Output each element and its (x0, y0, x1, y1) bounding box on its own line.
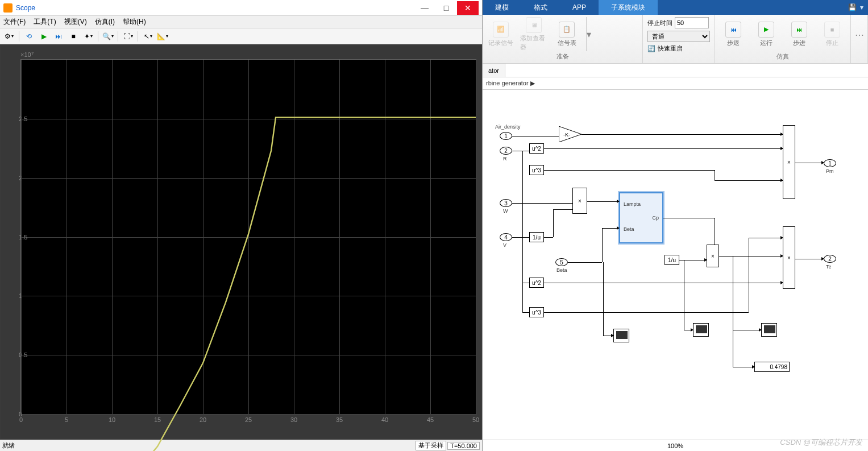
menu-sim[interactable]: 仿真(I) (95, 17, 115, 27)
status-ready: 就绪 (2, 441, 15, 450)
menu-file[interactable]: 文件(F) (3, 17, 26, 27)
scope-exponent: ×10⁷ (20, 51, 34, 59)
tab-app[interactable]: APP (560, 0, 599, 15)
run-button[interactable]: ▶运行 (753, 22, 780, 47)
step-back-button[interactable]: ⏮步退 (720, 22, 747, 47)
gain-block[interactable]: -K- (559, 126, 582, 142)
scope-titlebar[interactable]: Scope — □ ✕ (0, 0, 482, 16)
port5-label: Beta (556, 267, 567, 273)
step-forward-button[interactable]: ⏭步进 (786, 22, 813, 47)
product-block-3[interactable]: × (783, 125, 795, 199)
product-block-4[interactable]: × (783, 226, 795, 289)
maximize-button[interactable]: □ (435, 1, 457, 15)
scope-window: Scope — □ ✕ 文件(F) 工具(T) 视图(V) 仿真(I) 帮助(H… (0, 0, 483, 451)
close-button[interactable]: ✕ (457, 1, 479, 15)
model-canvas[interactable]: Air_density 1 2 R 3 W 4 V 5 Beta -K- u^2… (483, 90, 868, 440)
log-signal-button[interactable]: 📶记录信号 (487, 22, 514, 47)
model-tab[interactable]: ator (483, 64, 505, 77)
scope-block-1[interactable] (613, 329, 629, 342)
port3-label: W (503, 208, 508, 214)
fast-restart-label[interactable]: 快速重启 (658, 44, 683, 53)
scope-title: Scope (16, 4, 35, 12)
quick-access: 💾 ▾ (844, 0, 868, 15)
more-icon[interactable]: ▾ (860, 3, 863, 11)
svg-rect-2 (616, 331, 628, 339)
tab-format[interactable]: 格式 (521, 0, 560, 15)
menu-help[interactable]: 帮助(H) (123, 17, 146, 27)
scope-toolbar: ⚙ ⟲ ▶ ⏭ ■ ✦ 🔍 ⛶ ↖ 📐 (0, 28, 482, 44)
tab-subsystem[interactable]: 子系统模块 (599, 0, 658, 15)
outport2-label: Te (826, 264, 832, 270)
matlab-icon (3, 3, 13, 13)
expand-prepare[interactable]: ▾ (586, 17, 593, 51)
settings-button[interactable]: ⚙ (2, 30, 16, 43)
measure-button[interactable]: 📐 (156, 30, 169, 43)
outport-1[interactable]: 1 (824, 159, 836, 167)
tab-modeling[interactable]: 建模 (483, 0, 521, 15)
recip-block-2[interactable]: 1/u (665, 255, 679, 265)
scope-plot[interactable]: ×10⁷ 00.511.522.505101520253035404550 (11, 51, 476, 423)
svg-text:-K-: -K- (563, 132, 570, 138)
inport-1[interactable]: 1 (500, 132, 512, 140)
simulink-window: 建模 格式 APP 子系统模块 💾 ▾ 📶记录信号 🖥添加查看器 📋信号表 ▾ … (483, 0, 868, 451)
scope-block-3[interactable] (761, 323, 777, 337)
u3-block-b[interactable]: u^3 (529, 307, 544, 317)
add-viewer-button[interactable]: 🖥添加查看器 (520, 17, 547, 51)
signal-trace (21, 60, 476, 451)
step-back-icon: ⏮ (725, 22, 741, 38)
inport-2[interactable]: 2 (500, 147, 512, 155)
inport-5[interactable]: 5 (555, 258, 568, 266)
save-icon[interactable]: 💾 (848, 3, 857, 11)
zoom-level[interactable]: 100% (667, 442, 683, 449)
stop-button[interactable]: ■停止 (819, 22, 846, 47)
inport-3[interactable]: 3 (500, 199, 512, 207)
play-button[interactable]: ▶ (37, 30, 51, 43)
scope-menubar: 文件(F) 工具(T) 视图(V) 仿真(I) 帮助(H) (0, 16, 482, 28)
u2-block-a[interactable]: u^2 (529, 143, 544, 154)
cp-subsystem[interactable]: Lampta Beta Cp (619, 192, 663, 243)
breadcrumb-text[interactable]: rbine generator ▶ (486, 80, 535, 87)
simulink-statusbar: 100% (483, 440, 868, 451)
u3-block-a[interactable]: u^3 (529, 165, 544, 175)
toolstrip-tabs: 建模 格式 APP 子系统模块 💾 ▾ (483, 0, 868, 15)
u2-block-b[interactable]: u^2 (529, 278, 544, 288)
play-icon: ▶ (758, 22, 774, 38)
autoscale-button[interactable]: ⛶ (121, 30, 135, 43)
display-block[interactable]: 0.4798 (754, 362, 790, 372)
port1-label: Air_density (495, 124, 521, 130)
cursor-button[interactable]: ↖ (141, 30, 155, 43)
table-icon: 📋 (559, 22, 575, 38)
model-tabs: ator (483, 64, 868, 77)
port4-label: V (503, 242, 506, 248)
outport1-label: Pm (826, 168, 834, 174)
scope-block-2[interactable] (693, 323, 709, 337)
svg-rect-4 (764, 325, 775, 333)
breadcrumb[interactable]: rbine generator ▶ (483, 77, 868, 90)
restart-button[interactable]: ⟲ (22, 30, 36, 43)
fast-restart-icon[interactable]: 🔄 (647, 45, 655, 52)
inport-4[interactable]: 4 (500, 233, 512, 241)
viewer-icon: 🖥 (526, 17, 542, 33)
scope-body: ×10⁷ 00.511.522.505101520253035404550 (0, 44, 482, 440)
product-block-1[interactable]: × (572, 188, 587, 214)
zoom-button[interactable]: 🔍 (101, 30, 115, 43)
svg-marker-0 (559, 126, 582, 142)
sim-group-label: 仿真 (720, 51, 846, 62)
step-button[interactable]: ⏭ (52, 30, 65, 43)
menu-tools[interactable]: 工具(T) (34, 17, 56, 27)
stop-time-label: 停止时间 (647, 19, 672, 27)
svg-rect-3 (696, 325, 707, 333)
minimize-button[interactable]: — (414, 1, 435, 15)
outport-2[interactable]: 2 (824, 255, 836, 263)
highlight-button[interactable]: ✦ (81, 30, 95, 43)
sim-mode-select[interactable]: 普通 (647, 31, 710, 42)
signal-table-button[interactable]: 📋信号表 (553, 22, 580, 47)
product-block-2[interactable]: × (707, 245, 719, 267)
scope-axes[interactable]: 00.511.522.505101520253035404550 (20, 59, 476, 415)
recip-block-1[interactable]: 1/u (529, 232, 544, 242)
wifi-icon: 📶 (493, 22, 509, 38)
stop-time-input[interactable] (675, 17, 709, 28)
menu-view[interactable]: 视图(V) (64, 17, 87, 27)
ribbon-overflow[interactable]: ⋯ (855, 17, 863, 53)
stop-button[interactable]: ■ (67, 30, 80, 43)
